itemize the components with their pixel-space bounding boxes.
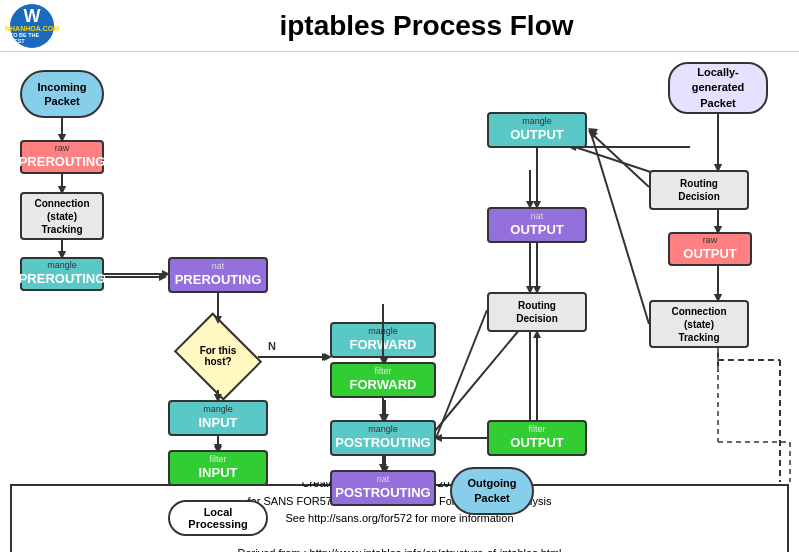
logo-slogan: TO BE THE BEST bbox=[10, 32, 54, 44]
mangle-prerouting: mangle PREROUTING bbox=[20, 257, 104, 291]
svg-text:N: N bbox=[268, 340, 276, 352]
svg-line-25 bbox=[430, 317, 530, 437]
header: W NHANHOA.COM TO BE THE BEST iptables Pr… bbox=[0, 0, 799, 52]
mangle-input: mangle INPUT bbox=[168, 400, 268, 436]
logo: W NHANHOA.COM TO BE THE BEST bbox=[10, 4, 54, 48]
logo-site: NHANHOA.COM bbox=[5, 25, 59, 32]
svg-line-53 bbox=[436, 310, 487, 438]
svg-marker-67 bbox=[588, 128, 598, 136]
local-processing-label: LocalProcessing bbox=[188, 506, 247, 530]
routing-decision-local: RoutingDecision bbox=[649, 170, 749, 210]
nat-postrouting: nat POSTROUTING bbox=[330, 470, 436, 506]
routing-decision-forward-label: RoutingDecision bbox=[516, 299, 558, 325]
raw-prerouting-main: PREROUTING bbox=[19, 154, 106, 171]
connection-tracking-right-label: Connection(state)Tracking bbox=[672, 305, 727, 344]
arrows-svg: N Y bbox=[0, 52, 799, 482]
mangle-output-top: mangle OUTPUT bbox=[487, 112, 587, 148]
footer-line5: Derived from : http://www.iptables.info/… bbox=[237, 545, 561, 552]
filter-forward: filter FORWARD bbox=[330, 362, 436, 398]
routing-decision-forward: RoutingDecision bbox=[487, 292, 587, 332]
mangle-forward: mangle FORWARD bbox=[330, 322, 436, 358]
diagram: N Y bbox=[0, 52, 799, 482]
incoming-packet: IncomingPacket bbox=[20, 70, 104, 118]
for-this-host-diamond: For thishost? bbox=[168, 322, 268, 390]
svg-marker-11 bbox=[322, 353, 330, 361]
diamond-label: For thishost? bbox=[200, 345, 237, 367]
locally-generated-label: Locally-generatedPacket bbox=[692, 65, 745, 111]
local-processing: LocalProcessing bbox=[168, 500, 268, 536]
filter-output: filter OUTPUT bbox=[487, 420, 587, 456]
connection-tracking-left-label: Connection(state)Tracking bbox=[35, 197, 90, 236]
nat-prerouting: nat PREROUTING bbox=[168, 257, 268, 293]
raw-prerouting: raw PREROUTING bbox=[20, 140, 104, 174]
connection-tracking-left: Connection(state)Tracking bbox=[20, 192, 104, 240]
routing-decision-local-label: RoutingDecision bbox=[678, 177, 720, 203]
logo-letter: W bbox=[24, 7, 41, 25]
page-title: iptables Process Flow bbox=[64, 10, 789, 42]
raw-output: raw OUTPUT bbox=[668, 232, 752, 266]
svg-line-98 bbox=[590, 132, 649, 187]
outgoing-packet-label: OutgoingPacket bbox=[468, 476, 517, 507]
svg-line-66 bbox=[590, 130, 649, 324]
svg-marker-99 bbox=[588, 130, 598, 139]
connection-tracking-right: Connection(state)Tracking bbox=[649, 300, 749, 348]
svg-marker-7 bbox=[159, 273, 167, 281]
filter-input: filter INPUT bbox=[168, 450, 268, 486]
raw-prerouting-top: raw bbox=[55, 143, 70, 155]
extra-arrows bbox=[0, 52, 799, 482]
mangle-postrouting: mangle POSTROUTING bbox=[330, 420, 436, 456]
outgoing-packet: OutgoingPacket bbox=[450, 467, 534, 515]
locally-generated-packet: Locally-generatedPacket bbox=[668, 62, 768, 114]
nat-output: nat OUTPUT bbox=[487, 207, 587, 243]
incoming-packet-label: IncomingPacket bbox=[38, 80, 87, 109]
